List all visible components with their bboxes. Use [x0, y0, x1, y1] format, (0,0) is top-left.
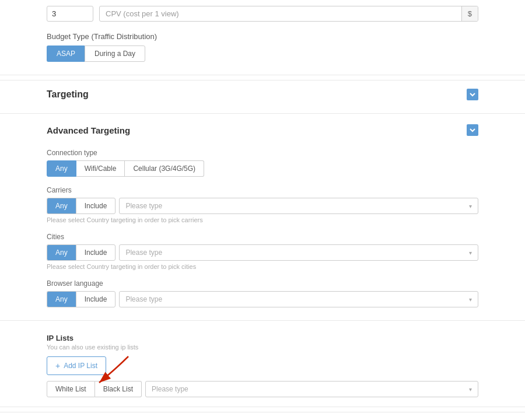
cpv-currency: $	[461, 6, 478, 21]
advanced-targeting-icon[interactable]	[467, 124, 478, 136]
browser-language-row: Any Include Please type ▾	[47, 291, 478, 307]
targeting-collapse-icon[interactable]	[467, 89, 478, 100]
browser-language-dropdown[interactable]: Please type ▾	[119, 291, 478, 307]
cities-placeholder: Please type	[125, 249, 162, 257]
carriers-placeholder: Please type	[125, 202, 162, 210]
ip-lists-section: IP Lists You can also use existing ip li…	[0, 326, 525, 402]
carriers-hint: Please select Country targeting in order…	[47, 216, 478, 223]
ip-list-type-row: White List Black List Please type ▾	[47, 381, 478, 397]
browser-language-include-button[interactable]: Include	[76, 291, 116, 307]
browser-language-section: Browser language Any Include Please type…	[0, 275, 525, 316]
browser-language-dropdown-arrow: ▾	[469, 296, 472, 303]
carriers-dropdown[interactable]: Please type ▾	[119, 198, 478, 214]
carriers-dropdown-arrow: ▾	[469, 203, 472, 209]
connection-type-toggle: Any Wifi/Cable Cellular (3G/4G/5G)	[47, 160, 478, 177]
budget-type-section: Budget Type (Traffic Distribution) ASAP …	[0, 27, 525, 70]
carriers-label: Carriers	[47, 186, 478, 194]
during-day-button[interactable]: During a Day	[85, 46, 145, 62]
connection-type-label: Connection type	[47, 149, 478, 157]
connection-any-button[interactable]: Any	[47, 160, 76, 177]
advanced-targeting-title: Advanced Targeting	[47, 125, 130, 135]
ip-list-dropdown[interactable]: Please type ▾	[145, 381, 478, 397]
add-ip-list-label: Add IP List	[64, 362, 97, 370]
targeting-header: Targeting	[0, 80, 525, 108]
ip-list-placeholder: Please type	[152, 385, 188, 393]
add-ip-list-button[interactable]: + Add IP List	[47, 356, 106, 375]
carriers-row: Any Include Please type ▾	[47, 198, 478, 214]
plus-icon: +	[55, 361, 60, 370]
connection-cellular-button[interactable]: Cellular (3G/4G/5G)	[125, 160, 204, 177]
add-ip-list-wrapper: + Add IP List	[47, 356, 106, 375]
browser-language-placeholder: Please type	[125, 295, 162, 303]
connection-type-section: Connection type Any Wifi/Cable Cellular …	[0, 144, 525, 181]
cities-row: Any Include Please type ▾	[47, 244, 478, 261]
cities-dropdown[interactable]: Please type ▾	[119, 244, 478, 261]
ip-lists-hint: You can also use existing ip lists	[47, 344, 478, 351]
cities-dropdown-arrow: ▾	[469, 250, 472, 256]
cpv-container: CPV (cost per 1 view) $	[99, 6, 478, 22]
display-time-section: Display Time — PST Zone (UTC -8) 0 1 2 3…	[0, 412, 525, 420]
connection-wifi-button[interactable]: Wifi/Cable	[76, 160, 125, 177]
blacklist-button[interactable]: Black List	[95, 381, 142, 397]
budget-type-label: Budget Type (Traffic Distribution)	[47, 32, 478, 41]
cities-label: Cities	[47, 233, 478, 241]
cities-hint: Please select Country targeting in order…	[47, 263, 478, 270]
carriers-include-button[interactable]: Include	[76, 198, 116, 214]
targeting-title: Targeting	[47, 89, 89, 100]
budget-type-toggle: ASAP During a Day	[47, 46, 478, 62]
ip-lists-title: IP Lists	[47, 334, 478, 342]
cities-section: Cities Any Include Please type ▾ Please …	[0, 228, 525, 275]
cpv-label: CPV (cost per 1 view)	[100, 6, 461, 21]
whitelist-button[interactable]: White List	[47, 381, 95, 397]
top-input-row: 3 CPV (cost per 1 view) $	[0, 0, 525, 27]
advanced-targeting-header: Advanced Targeting	[0, 118, 525, 144]
carriers-section: Carriers Any Include Please type ▾ Pleas…	[0, 181, 525, 228]
browser-language-any-button[interactable]: Any	[47, 291, 76, 307]
asap-button[interactable]: ASAP	[47, 46, 85, 62]
cities-include-button[interactable]: Include	[76, 244, 116, 261]
carriers-any-button[interactable]: Any	[47, 198, 76, 214]
browser-language-label: Browser language	[47, 279, 478, 288]
ip-list-dropdown-arrow: ▾	[469, 386, 472, 393]
number-input[interactable]: 3	[47, 6, 93, 22]
cities-any-button[interactable]: Any	[47, 244, 76, 261]
